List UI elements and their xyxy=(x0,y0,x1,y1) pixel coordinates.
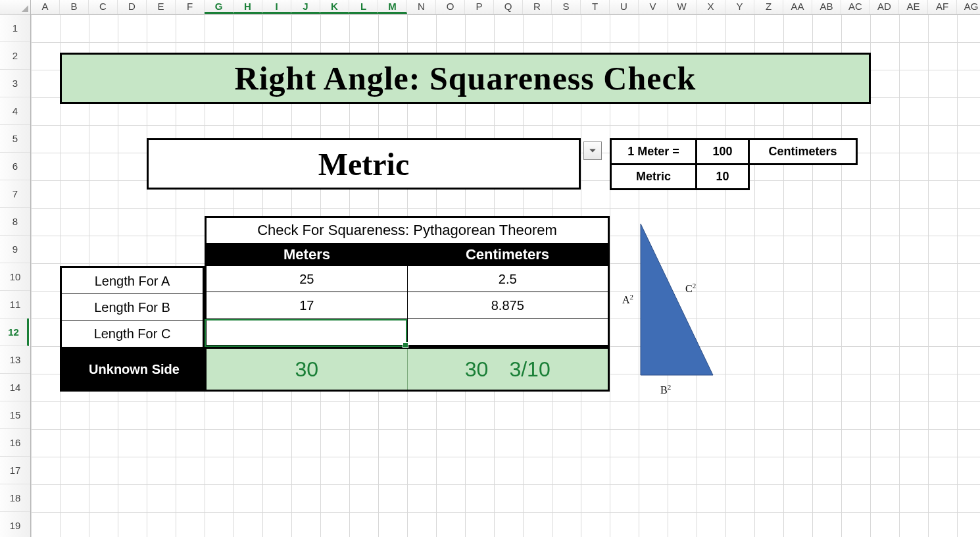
col-header-centimeters: Centimeters xyxy=(407,243,608,266)
col-header-R[interactable]: R xyxy=(523,0,552,14)
row-header-9[interactable]: 9 xyxy=(0,236,30,263)
col-header-F[interactable]: F xyxy=(176,0,205,14)
page-title: Right Angle: Squareness Check xyxy=(60,53,871,104)
c-meters[interactable] xyxy=(207,319,408,345)
unit-system-dropdown-button[interactable] xyxy=(583,141,602,160)
row-header-16[interactable]: 16 xyxy=(0,429,30,457)
col-header-M[interactable]: M xyxy=(378,0,407,14)
col-header-AF[interactable]: AF xyxy=(928,0,957,14)
row-header-1[interactable]: 1 xyxy=(0,14,30,42)
col-header-P[interactable]: P xyxy=(465,0,494,14)
row-header-7[interactable]: 7 xyxy=(0,180,30,208)
row-header-8[interactable]: 8 xyxy=(0,208,30,236)
col-header-Q[interactable]: Q xyxy=(494,0,523,14)
unknown-side-label: Unknown Side xyxy=(62,349,207,390)
col-header-meters: Meters xyxy=(207,243,407,266)
unknown-whole: 30 xyxy=(207,349,408,390)
col-header-Z[interactable]: Z xyxy=(754,0,783,14)
row-header-4[interactable]: 4 xyxy=(0,97,30,125)
unknown-side-row: Unknown Side 30 30 3/10 xyxy=(60,347,610,392)
row-header-3[interactable]: 3 xyxy=(0,70,30,97)
unknown-fraction: 30 3/10 xyxy=(408,349,608,390)
label-length-a: Length For A xyxy=(62,268,203,294)
svg-marker-0 xyxy=(641,224,713,375)
row-header-17[interactable]: 17 xyxy=(0,457,30,484)
col-header-AB[interactable]: AB xyxy=(812,0,841,14)
col-header-AD[interactable]: AD xyxy=(870,0,899,14)
row-header-14[interactable]: 14 xyxy=(0,374,30,401)
col-header-I[interactable]: I xyxy=(262,0,291,14)
length-values: 25 2.5 17 8.875 xyxy=(205,266,610,347)
row-header-10[interactable]: 10 xyxy=(0,263,30,291)
unit-row2-left: Metric xyxy=(611,165,697,190)
col-header-H[interactable]: H xyxy=(233,0,262,14)
col-header-B[interactable]: B xyxy=(60,0,89,14)
col-header-C[interactable]: C xyxy=(89,0,118,14)
row-header-19[interactable]: 19 xyxy=(0,512,30,537)
unit-row1-left: 1 Meter = xyxy=(611,140,697,165)
col-header-N[interactable]: N xyxy=(407,0,436,14)
col-header-D[interactable]: D xyxy=(118,0,147,14)
row-header-18[interactable]: 18 xyxy=(0,484,30,512)
unit-conversion-table: 1 Meter = 100 Centimeters Metric 10 xyxy=(610,138,858,190)
col-header-V[interactable]: V xyxy=(639,0,668,14)
col-header-AA[interactable]: AA xyxy=(783,0,812,14)
chevron-down-icon xyxy=(589,147,597,155)
pythagorean-table: Check For Squareness: Pythagorean Theore… xyxy=(205,216,610,268)
row-header-12[interactable]: 12 xyxy=(0,319,29,346)
b-centimeters[interactable]: 8.875 xyxy=(408,292,608,318)
triangle-label-c: C2 xyxy=(685,282,696,295)
unit-system-select[interactable]: Metric xyxy=(147,138,581,190)
col-header-T[interactable]: T xyxy=(581,0,610,14)
unit-row1-mid: 100 xyxy=(697,140,749,165)
unit-row2-mid: 10 xyxy=(697,165,749,190)
col-header-AG[interactable]: AG xyxy=(957,0,980,14)
row-header-5[interactable]: 5 xyxy=(0,125,30,153)
label-length-c: Length For C xyxy=(62,320,203,347)
col-header-O[interactable]: O xyxy=(436,0,465,14)
col-header-J[interactable]: J xyxy=(291,0,320,14)
col-header-L[interactable]: L xyxy=(349,0,378,14)
col-header-X[interactable]: X xyxy=(697,0,725,14)
right-triangle-diagram: A2 B2 C2 xyxy=(634,217,720,382)
row-header-11[interactable]: 11 xyxy=(0,291,30,319)
col-header-A[interactable]: A xyxy=(31,0,60,14)
triangle-label-b: B2 xyxy=(660,383,671,396)
length-labels: Length For A Length For B Length For C xyxy=(60,266,205,349)
a-meters[interactable]: 25 xyxy=(207,266,408,292)
unit-row1-right: Centimeters xyxy=(749,140,857,165)
row-headers: 12345678910111213141516171819 xyxy=(0,14,31,537)
select-all-corner[interactable] xyxy=(0,0,31,14)
col-header-G[interactable]: G xyxy=(205,0,233,14)
label-length-b: Length For B xyxy=(62,294,203,320)
pythagorean-title: Check For Squareness: Pythagorean Theore… xyxy=(207,218,608,243)
col-header-AE[interactable]: AE xyxy=(899,0,928,14)
row-header-13[interactable]: 13 xyxy=(0,346,30,374)
b-meters[interactable]: 17 xyxy=(207,292,408,318)
a-centimeters[interactable]: 2.5 xyxy=(408,266,608,292)
row-header-6[interactable]: 6 xyxy=(0,153,30,180)
col-header-S[interactable]: S xyxy=(552,0,581,14)
col-header-W[interactable]: W xyxy=(668,0,697,14)
c-centimeters[interactable] xyxy=(408,319,608,345)
row-header-15[interactable]: 15 xyxy=(0,401,30,429)
col-header-AC[interactable]: AC xyxy=(841,0,870,14)
col-header-U[interactable]: U xyxy=(610,0,639,14)
col-header-K[interactable]: K xyxy=(320,0,349,14)
col-header-E[interactable]: E xyxy=(147,0,176,14)
column-headers: ABCDEFGHIJKLMNOPQRSTUVWXYZAAABACADAEAFAG xyxy=(31,0,980,14)
row-header-2[interactable]: 2 xyxy=(0,42,30,70)
col-header-Y[interactable]: Y xyxy=(725,0,754,14)
triangle-label-a: A2 xyxy=(622,293,633,306)
